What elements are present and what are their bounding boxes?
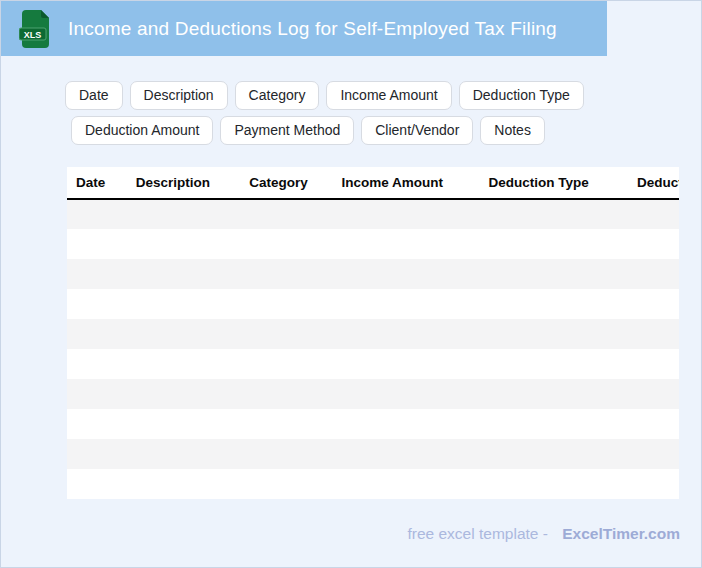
- table-row: [67, 439, 679, 469]
- log-table: Date Description Category Income Amount …: [67, 167, 679, 499]
- table-row: [67, 469, 679, 499]
- page-title: Income and Deductions Log for Self-Emplo…: [68, 18, 557, 40]
- chip-row-2: Deduction Amount Payment Method Client/V…: [65, 116, 701, 145]
- chip-income-amount[interactable]: Income Amount: [326, 81, 451, 110]
- chip-date[interactable]: Date: [65, 81, 123, 110]
- xls-badge-text: XLS: [24, 29, 42, 39]
- column-chips: Date Description Category Income Amount …: [1, 81, 701, 145]
- col-header-income-amount: Income Amount: [333, 167, 480, 199]
- chip-notes[interactable]: Notes: [480, 116, 545, 145]
- chip-deduction-amount[interactable]: Deduction Amount: [71, 116, 213, 145]
- chip-payment-method[interactable]: Payment Method: [220, 116, 354, 145]
- table-row: [67, 319, 679, 349]
- col-header-description: Description: [127, 167, 240, 199]
- table-row: [67, 229, 679, 259]
- footer-credit: free excel template - ExcelTimer.com: [1, 525, 701, 543]
- table-row: [67, 289, 679, 319]
- table-row: [67, 259, 679, 289]
- footer-text: free excel template -: [407, 525, 547, 542]
- table-row: [67, 199, 679, 229]
- col-header-category: Category: [240, 167, 332, 199]
- chip-category[interactable]: Category: [235, 81, 320, 110]
- col-header-deduction-type: Deduction Type: [480, 167, 628, 199]
- col-header-date: Date: [67, 167, 127, 199]
- chip-client-vendor[interactable]: Client/Vendor: [361, 116, 473, 145]
- col-header-deduction-amount: Deduction Amount: [628, 167, 679, 199]
- spreadsheet-preview: Date Description Category Income Amount …: [67, 167, 679, 499]
- xls-file-icon: XLS: [19, 9, 51, 49]
- table-row: [67, 379, 679, 409]
- footer-brand-link[interactable]: ExcelTimer.com: [562, 525, 680, 542]
- chip-description[interactable]: Description: [130, 81, 228, 110]
- header-bar: XLS Income and Deductions Log for Self-E…: [1, 1, 607, 56]
- table-row: [67, 409, 679, 439]
- chip-row-1: Date Description Category Income Amount …: [65, 81, 701, 110]
- table-row: [67, 349, 679, 379]
- table-header-row: Date Description Category Income Amount …: [67, 167, 679, 199]
- chip-deduction-type[interactable]: Deduction Type: [459, 81, 584, 110]
